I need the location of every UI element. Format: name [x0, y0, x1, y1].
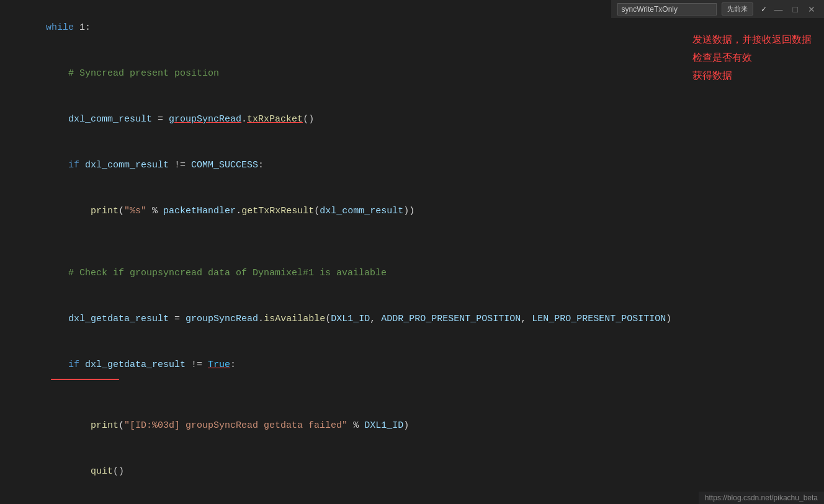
- code-comment2: # Check if groupsyncread data of Dynamix…: [12, 250, 824, 296]
- code-line4: dxl_getdata_result = groupSyncRead.isAva…: [12, 296, 824, 342]
- code-empty1: [12, 234, 824, 250]
- url-text: https://blog.csdn.net/pikachu_beta: [705, 493, 818, 502]
- code-editor: 先前来 ✓ — □ ✕ 发送数据，并接收返回数据 检查是否有效 获得数据 whi…: [0, 0, 824, 504]
- annotation-line2: 检查是否有效: [692, 49, 812, 67]
- code-line7: quit(): [12, 449, 824, 495]
- code-line5: if dxl_getdata_result != True:: [12, 342, 824, 403]
- code-line3: print("%s" % packetHandler.getTxRxResult…: [12, 188, 824, 234]
- code-line2: if dxl_comm_result != COMM_SUCCESS:: [12, 143, 824, 188]
- annotation-line1: 发送数据，并接收返回数据: [692, 31, 812, 49]
- code-line1: dxl_comm_result = groupSyncRead.txRxPack…: [12, 97, 824, 143]
- annotation-box: 发送数据，并接收返回数据 检查是否有效 获得数据: [692, 31, 812, 84]
- footer-url: https://blog.csdn.net/pikachu_beta: [699, 492, 824, 504]
- code-line6: print("[ID:%03d] groupSyncRead getdata f…: [12, 403, 824, 449]
- annotation-line3: 获得数据: [692, 67, 812, 85]
